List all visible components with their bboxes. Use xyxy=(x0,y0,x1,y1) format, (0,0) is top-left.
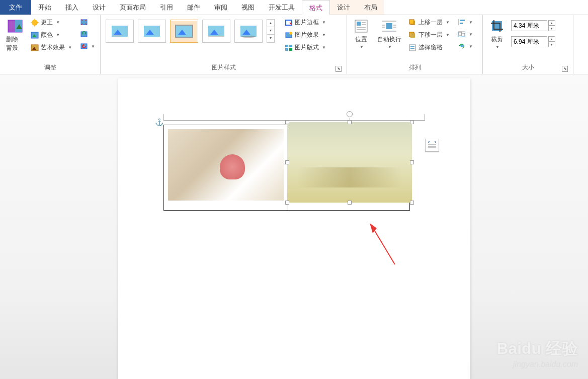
tab-mailings[interactable]: 邮件 xyxy=(180,0,207,15)
svg-rect-57 xyxy=(410,48,414,49)
tab-table-design[interactable]: 设计 xyxy=(330,0,357,15)
rotate-icon xyxy=(458,42,466,50)
height-spin-up[interactable]: ▴ xyxy=(548,20,555,26)
inserted-image-2[interactable] xyxy=(287,122,412,203)
svg-rect-34 xyxy=(285,45,288,47)
tab-review[interactable]: 审阅 xyxy=(207,0,234,15)
remove-bg-icon xyxy=(7,18,23,34)
anchor-icon: ⚓ xyxy=(155,118,163,126)
tab-references[interactable]: 引用 xyxy=(153,0,180,15)
bring-forward-button[interactable]: 上移一层 ▼ xyxy=(406,17,452,28)
align-button[interactable]: ▼ xyxy=(456,17,475,27)
watermark: Baidu 经验 jingyan.baidu.com xyxy=(496,338,578,369)
rotate-button[interactable]: ▼ xyxy=(456,41,475,51)
wrap-text-button[interactable]: 自动换行 ▼ xyxy=(374,17,404,50)
picture-border-button[interactable]: 图片边框 ▼ xyxy=(283,17,328,28)
tab-developer[interactable]: 开发工具 xyxy=(262,0,302,15)
dropdown-arrow-icon: ▼ xyxy=(322,33,326,37)
compress-pictures-button[interactable] xyxy=(78,17,97,27)
backward-icon xyxy=(408,31,416,39)
reset-icon xyxy=(80,42,88,50)
picture-style-1[interactable] xyxy=(106,20,134,43)
dropdown-arrow-icon: ▼ xyxy=(322,45,326,50)
resize-handle-sw[interactable] xyxy=(285,201,289,205)
position-label: 位置 xyxy=(355,35,367,44)
resize-handle-se[interactable] xyxy=(410,201,414,205)
wrap-label: 自动换行 xyxy=(377,35,401,44)
selection-pane-button[interactable]: 选择窗格 xyxy=(406,42,452,53)
tab-table-layout[interactable]: 布局 xyxy=(357,0,384,15)
svg-rect-25 xyxy=(208,26,224,37)
width-spin-up[interactable]: ▴ xyxy=(548,36,555,42)
column-ruler xyxy=(163,115,425,121)
dropdown-arrow-icon: ▼ xyxy=(446,33,450,37)
group-size-label: 大小 xyxy=(522,64,534,71)
gallery-scroll-up[interactable]: ▴ xyxy=(267,20,274,27)
size-dialog-launcher[interactable]: ⬊ xyxy=(562,66,568,72)
reset-picture-button[interactable]: ▼ xyxy=(78,41,97,51)
forward-icon xyxy=(408,19,416,27)
tab-home[interactable]: 开始 xyxy=(31,0,58,15)
selected-image-wrapper[interactable] xyxy=(287,122,412,203)
table-cell-2[interactable] xyxy=(288,125,409,211)
position-button[interactable]: 位置 ▼ xyxy=(350,17,372,50)
gallery-more[interactable]: ▾ xyxy=(267,35,274,42)
tab-format[interactable]: 格式 xyxy=(302,0,330,15)
picture-effects-button[interactable]: 图片效果 ▼ xyxy=(283,30,328,40)
height-spin-down[interactable]: ▾ xyxy=(548,26,555,31)
watermark-logo: Baidu 经验 xyxy=(496,338,578,360)
styles-dialog-launcher[interactable]: ⬊ xyxy=(335,66,342,72)
resize-handle-w[interactable] xyxy=(285,160,289,164)
table-cell-1[interactable]: ⚓ xyxy=(163,125,288,211)
svg-line-78 xyxy=(372,227,395,264)
watermark-url: jingyan.baidu.com xyxy=(496,360,578,369)
svg-rect-28 xyxy=(240,26,257,37)
change-picture-button[interactable] xyxy=(78,29,97,39)
resize-handle-e[interactable] xyxy=(410,160,414,164)
document-area: ⚓ xyxy=(0,74,588,379)
send-backward-button[interactable]: 下移一层 ▼ xyxy=(406,30,452,40)
resize-handle-nw[interactable] xyxy=(285,120,289,124)
svg-rect-62 xyxy=(462,33,465,36)
layout-icon xyxy=(285,44,293,52)
svg-rect-23 xyxy=(176,26,192,37)
group-styles-label: 图片样式 xyxy=(212,64,236,71)
group-objects-button[interactable]: ▼ xyxy=(456,29,475,39)
artistic-effects-button[interactable]: 艺术效果 ▼ xyxy=(29,42,74,53)
width-spin-down[interactable]: ▾ xyxy=(548,42,555,47)
picture-style-2[interactable] xyxy=(138,20,166,43)
tab-insert[interactable]: 插入 xyxy=(58,0,86,15)
picture-style-3-selected[interactable] xyxy=(170,20,198,43)
corrections-button[interactable]: 更正 ▼ xyxy=(29,17,74,28)
tab-view[interactable]: 视图 xyxy=(234,0,262,15)
tab-file[interactable]: 文件 xyxy=(0,0,31,15)
svg-point-33 xyxy=(289,32,292,35)
resize-handle-n[interactable] xyxy=(348,120,352,124)
group-size: 裁剪 ▼ 4.34 厘米 ▴▾ 6.94 厘米 ▴▾ 大小⬊ xyxy=(483,15,573,74)
resize-handle-s[interactable] xyxy=(348,201,352,205)
picture-layout-button[interactable]: 图片版式 ▼ xyxy=(283,42,328,53)
content-table: ⚓ xyxy=(163,125,410,211)
gallery-scroll-down[interactable]: ▾ xyxy=(267,27,274,35)
width-field[interactable]: 6.94 厘米 xyxy=(511,36,547,47)
forward-label: 上移一层 xyxy=(418,18,443,27)
resize-handle-ne[interactable] xyxy=(410,120,414,124)
dropdown-arrow-icon: ▼ xyxy=(446,20,450,25)
picture-style-5[interactable] xyxy=(234,20,263,43)
dropdown-arrow-icon: ▼ xyxy=(56,33,60,37)
layout-options-button[interactable] xyxy=(425,139,439,152)
crop-button[interactable]: 裁剪 ▼ xyxy=(486,17,508,50)
picture-layout-label: 图片版式 xyxy=(295,43,319,52)
color-button[interactable]: 颜色 ▼ xyxy=(29,30,74,40)
picture-style-4[interactable] xyxy=(202,20,230,43)
rotation-handle[interactable] xyxy=(347,111,353,117)
color-icon xyxy=(31,31,39,39)
inserted-image-1[interactable] xyxy=(168,129,284,201)
height-field[interactable]: 4.34 厘米 xyxy=(511,20,547,31)
svg-rect-37 xyxy=(289,48,292,51)
document-page[interactable]: ⚓ xyxy=(118,78,470,379)
remove-background-button[interactable]: 删除背景 xyxy=(3,17,27,53)
tab-design[interactable]: 设计 xyxy=(86,0,113,15)
change-picture-icon xyxy=(80,30,88,38)
tab-page-layout[interactable]: 页面布局 xyxy=(113,0,153,15)
